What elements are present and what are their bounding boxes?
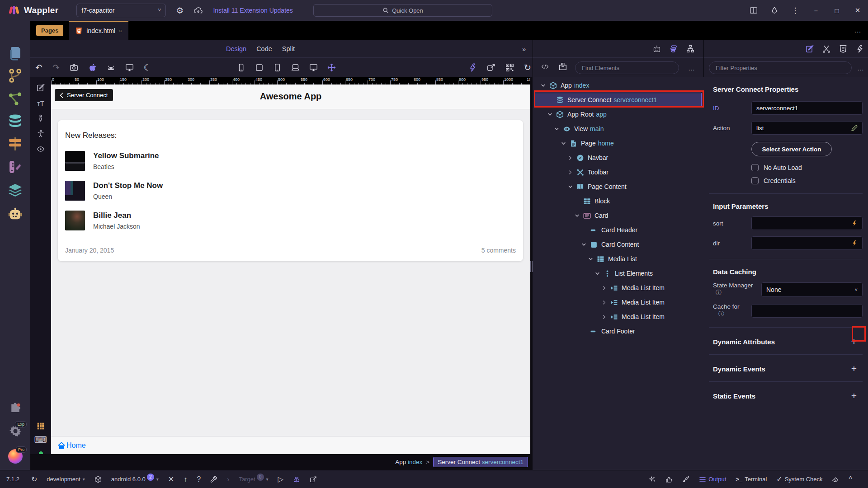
sidebar-item-routes[interactable] bbox=[0, 133, 30, 155]
phablet-icon[interactable] bbox=[273, 63, 282, 72]
chevron-right-icon[interactable] bbox=[600, 314, 608, 319]
tree-item-card-footer[interactable]: Card Footer bbox=[534, 324, 702, 338]
status-stop[interactable]: ✕ bbox=[168, 475, 174, 483]
tab-split[interactable]: Split bbox=[282, 45, 295, 52]
sidebar-item-design[interactable] bbox=[0, 156, 30, 178]
status-sync[interactable]: ↻ bbox=[31, 475, 37, 483]
undo-icon[interactable]: ↶ bbox=[35, 62, 42, 73]
desktop-icon[interactable] bbox=[125, 63, 134, 72]
tree-item-view-main[interactable]: Viewmain bbox=[534, 122, 702, 136]
theme-droplet-icon[interactable] bbox=[764, 0, 785, 21]
tree-item-media-list-item-1[interactable]: Media List Item bbox=[534, 281, 702, 295]
status-system-check[interactable]: ✓System Check bbox=[776, 475, 822, 483]
breadcrumb-selected[interactable]: Server Connect serverconnect1 bbox=[433, 457, 528, 467]
chevron-right-icon[interactable] bbox=[600, 300, 608, 305]
chevron-down-icon[interactable] bbox=[546, 112, 553, 117]
chevron-right-icon[interactable] bbox=[566, 155, 574, 160]
tree-item-toolbar[interactable]: Toolbar bbox=[534, 165, 702, 179]
sidebar-item-ai-assistant[interactable] bbox=[0, 203, 30, 225]
status-device-select[interactable]: android 6.0.02▾ bbox=[111, 476, 159, 483]
tree-item-media-list-item-3[interactable]: Media List Item bbox=[534, 310, 702, 324]
chevron-down-icon[interactable] bbox=[580, 242, 587, 247]
status-deploy[interactable]: ↑ bbox=[184, 475, 187, 483]
tree-item-page-content[interactable]: Page Content bbox=[534, 179, 702, 194]
tree-item-page-home[interactable]: Pagehome bbox=[534, 136, 702, 150]
tree-item-card-content[interactable]: Card Content bbox=[534, 237, 702, 252]
events-bolt-icon[interactable] bbox=[856, 45, 864, 53]
tree-item-card[interactable]: Card bbox=[534, 208, 702, 223]
chevron-right-icon[interactable] bbox=[566, 170, 574, 175]
chevron-down-icon[interactable] bbox=[560, 141, 567, 146]
edit-mode-icon[interactable] bbox=[30, 80, 51, 95]
tree-item-navbar[interactable]: Navbar bbox=[534, 150, 702, 165]
structure-more-menu[interactable]: … bbox=[688, 64, 696, 72]
status-run[interactable]: ▷ bbox=[278, 475, 283, 483]
pages-button[interactable]: Pages bbox=[36, 25, 63, 36]
sidebar-item-layers[interactable] bbox=[0, 179, 30, 201]
status-env-select[interactable]: development▾ bbox=[47, 476, 85, 483]
dom-tree-icon[interactable] bbox=[686, 45, 694, 53]
status-terminal[interactable]: >_Terminal bbox=[736, 476, 767, 483]
no-auto-load-checkbox[interactable]: No Auto Load bbox=[751, 164, 863, 171]
tab-overflow-menu[interactable]: … bbox=[854, 26, 862, 34]
dynamic-bolt-icon[interactable] bbox=[851, 220, 858, 226]
close-button[interactable]: ✕ bbox=[847, 0, 868, 21]
status-output[interactable]: Output bbox=[699, 476, 726, 483]
element-info-icon[interactable] bbox=[30, 111, 51, 126]
status-build-tools[interactable] bbox=[210, 476, 217, 483]
sidebar-item-extensions[interactable] bbox=[0, 398, 30, 419]
status-device-icon[interactable] bbox=[94, 476, 102, 483]
tab-design[interactable]: Design bbox=[226, 45, 246, 52]
accessibility-icon[interactable] bbox=[30, 126, 51, 141]
select-server-action-button[interactable]: Select Server Action bbox=[751, 142, 832, 156]
dir-input[interactable] bbox=[751, 236, 863, 250]
ai-robot-icon[interactable] bbox=[653, 45, 661, 53]
minimize-button[interactable]: − bbox=[806, 0, 826, 21]
extension-updates-link[interactable]: Install 11 Extension Updates bbox=[213, 7, 292, 14]
status-target-select[interactable]: Target0▾ bbox=[239, 476, 268, 483]
design-canvas[interactable]: Awesome App Server Connect New Releases:… bbox=[51, 84, 530, 454]
add-static-event-button[interactable]: + bbox=[848, 390, 860, 401]
cache-for-input[interactable] bbox=[751, 304, 863, 318]
ios-apple-icon[interactable] bbox=[88, 63, 97, 72]
project-select[interactable]: f7-capacitor ˅ bbox=[76, 4, 166, 17]
properties-more-menu[interactable]: … bbox=[857, 64, 865, 72]
tree-item-card-header[interactable]: Card Header bbox=[534, 223, 702, 237]
monitor-icon[interactable] bbox=[309, 63, 318, 72]
dark-mode-moon-icon[interactable]: ☾ bbox=[144, 62, 151, 73]
sidebar-item-database[interactable] bbox=[0, 110, 30, 132]
code-view-icon[interactable] bbox=[542, 63, 548, 70]
quick-open-search[interactable]: Quick Open bbox=[313, 4, 492, 17]
chevron-down-icon[interactable] bbox=[587, 257, 594, 262]
tree-item-server-connect[interactable]: Server Connectserverconnect1 bbox=[534, 93, 702, 107]
status-debug-help[interactable]: ? bbox=[197, 475, 201, 483]
screenshot-camera-icon[interactable] bbox=[70, 63, 78, 72]
android-icon[interactable] bbox=[107, 63, 115, 72]
chevron-down-icon[interactable] bbox=[553, 127, 560, 131]
status-feedback[interactable] bbox=[665, 476, 673, 483]
phone-small-icon[interactable] bbox=[237, 63, 245, 72]
kebab-menu-icon[interactable]: ⋮ bbox=[785, 0, 806, 21]
settings-gear-icon[interactable]: ⚙ bbox=[176, 6, 184, 15]
chevron-down-icon[interactable] bbox=[566, 184, 574, 189]
home-link[interactable]: Home bbox=[57, 441, 86, 450]
cloud-download-icon[interactable] bbox=[193, 6, 203, 15]
tree-item-app-root[interactable]: App Rootapp bbox=[534, 107, 702, 122]
tree-item-app-index[interactable]: Appindex bbox=[534, 78, 702, 93]
selected-element-badge[interactable]: Server Connect bbox=[55, 89, 113, 101]
status-collapse[interactable]: ^ bbox=[849, 475, 852, 483]
preview-eye-icon[interactable] bbox=[30, 141, 51, 157]
tree-item-media-list-item-2[interactable]: Media List Item bbox=[534, 295, 702, 310]
status-clear[interactable] bbox=[832, 476, 839, 483]
maximize-button[interactable]: □ bbox=[826, 0, 847, 21]
id-input[interactable]: serverconnect1 bbox=[751, 101, 863, 115]
find-elements-input[interactable]: Find Elements bbox=[575, 61, 679, 74]
redo-icon[interactable]: ↷ bbox=[52, 62, 60, 73]
laptop-icon[interactable] bbox=[291, 63, 300, 72]
add-dynamic-attribute-button[interactable]: + bbox=[848, 336, 860, 347]
typography-icon[interactable]: тT bbox=[30, 95, 51, 111]
tree-item-list-elements[interactable]: List Elements bbox=[534, 266, 702, 281]
app-structure-list-icon[interactable] bbox=[670, 45, 678, 53]
credentials-checkbox[interactable]: Credentials bbox=[751, 177, 863, 184]
panel-layout-icon[interactable] bbox=[743, 0, 764, 21]
